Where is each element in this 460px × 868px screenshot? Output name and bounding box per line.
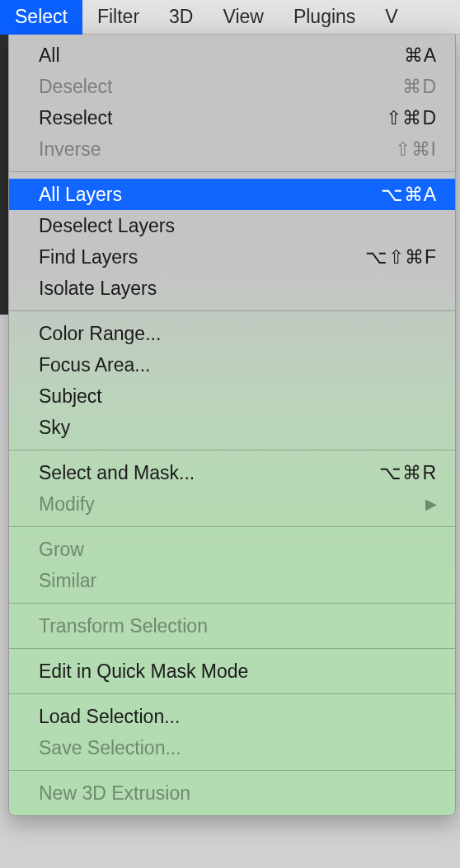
menubar-item-select[interactable]: Select <box>0 0 82 35</box>
menu-label: Deselect <box>39 76 402 98</box>
menu-item-new-3d-extrusion: New 3D Extrusion <box>9 777 455 809</box>
menubar: Select Filter 3D View Plugins V <box>0 0 460 35</box>
menu-label: Isolate Layers <box>39 278 437 300</box>
menu-shortcut: ⇧⌘I <box>395 138 437 161</box>
menu-label: Grow <box>39 539 437 561</box>
app-background-strip <box>0 35 8 315</box>
menu-separator <box>9 648 455 649</box>
menu-item-save-selection: Save Selection... <box>9 732 455 763</box>
menu-label: Reselect <box>39 107 386 129</box>
menu-item-deselect: Deselect ⌘D <box>9 71 455 102</box>
submenu-arrow-icon: ▶ <box>425 495 437 513</box>
menu-separator <box>9 603 455 604</box>
menu-item-subject[interactable]: Subject <box>9 380 455 412</box>
menu-item-isolate-layers[interactable]: Isolate Layers <box>9 273 455 304</box>
menu-label: All Layers <box>39 184 381 206</box>
menu-item-transform-selection: Transform Selection <box>9 610 455 642</box>
menubar-item-filter[interactable]: Filter <box>82 0 154 35</box>
menu-label: Deselect Layers <box>39 215 437 237</box>
menu-label: Focus Area... <box>39 354 437 376</box>
menu-item-modify: Modify ▶ <box>9 488 455 520</box>
menu-shortcut: ⌥⌘A <box>381 184 437 206</box>
menu-label: Load Selection... <box>39 706 437 728</box>
menu-label: Transform Selection <box>39 615 437 637</box>
menu-shortcut: ⌘A <box>404 44 437 67</box>
menu-item-grow: Grow <box>9 534 455 565</box>
menu-shortcut: ⌘D <box>402 76 437 98</box>
menu-shortcut: ⌥⌘R <box>379 462 437 484</box>
menu-separator <box>9 693 455 694</box>
menu-item-load-selection[interactable]: Load Selection... <box>9 701 455 732</box>
menu-separator <box>9 450 455 450</box>
menu-item-sky[interactable]: Sky <box>9 412 455 443</box>
menu-item-deselect-layers[interactable]: Deselect Layers <box>9 210 455 241</box>
menu-item-reselect[interactable]: Reselect ⇧⌘D <box>9 102 455 133</box>
menu-label: Subject <box>39 385 437 408</box>
menu-item-select-and-mask[interactable]: Select and Mask... ⌥⌘R <box>9 457 455 488</box>
menu-item-color-range[interactable]: Color Range... <box>9 318 455 349</box>
menu-label: Edit in Quick Mask Mode <box>39 660 437 683</box>
menu-label: Color Range... <box>39 323 437 345</box>
menu-label: Inverse <box>39 138 395 161</box>
menu-separator <box>9 770 455 771</box>
menubar-item-plugins[interactable]: Plugins <box>279 0 370 35</box>
menu-separator <box>9 171 455 172</box>
menu-label: Similar <box>39 570 437 592</box>
menu-label: All <box>39 44 404 67</box>
menu-separator <box>9 310 455 311</box>
menu-item-find-layers[interactable]: Find Layers ⌥⇧⌘F <box>9 241 455 273</box>
menu-item-inverse: Inverse ⇧⌘I <box>9 133 455 165</box>
menu-label: Sky <box>39 417 437 439</box>
menubar-item-view[interactable]: View <box>208 0 278 35</box>
menu-item-all[interactable]: All ⌘A <box>9 40 455 71</box>
menubar-item-cut[interactable]: V <box>370 0 412 35</box>
menu-item-similar: Similar <box>9 565 455 596</box>
menu-shortcut: ⌥⇧⌘F <box>365 246 437 268</box>
menu-item-all-layers[interactable]: All Layers ⌥⌘A <box>9 179 455 210</box>
menu-label: Modify <box>39 493 419 516</box>
menu-item-edit-quick-mask[interactable]: Edit in Quick Mask Mode <box>9 656 455 687</box>
menu-label: New 3D Extrusion <box>39 782 437 805</box>
menu-label: Save Selection... <box>39 737 437 759</box>
menu-label: Select and Mask... <box>39 462 379 484</box>
select-dropdown: All ⌘A Deselect ⌘D Reselect ⇧⌘D Inverse … <box>8 35 456 816</box>
menu-item-focus-area[interactable]: Focus Area... <box>9 349 455 380</box>
menu-shortcut: ⇧⌘D <box>386 107 437 129</box>
menubar-item-3d[interactable]: 3D <box>154 0 208 35</box>
menu-separator <box>9 526 455 527</box>
menu-label: Find Layers <box>39 246 365 268</box>
